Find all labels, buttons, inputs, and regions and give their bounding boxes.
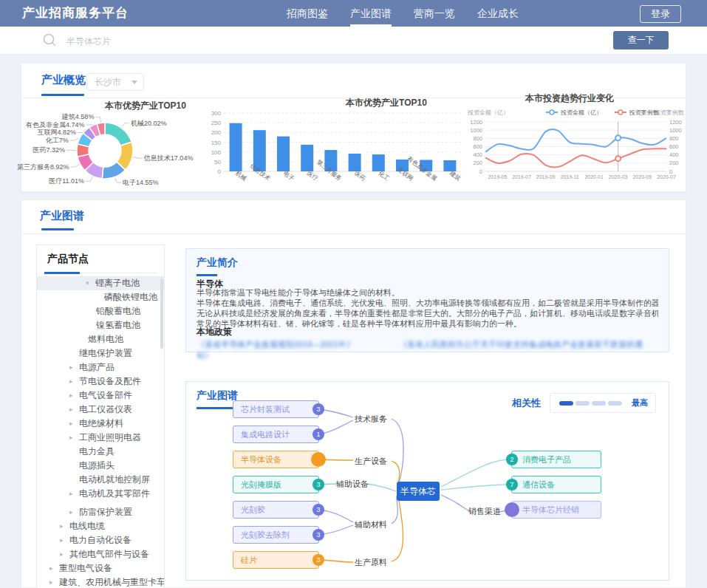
tree-item-20[interactable]: ▸重型电气设备 xyxy=(37,561,164,575)
svg-text:本市优势产业TOP10: 本市优势产业TOP10 xyxy=(345,98,427,108)
nav-menu: 招商图鉴产业图谱营商一览企业成长 xyxy=(287,0,519,27)
graph-node-badge: 3 xyxy=(312,529,324,541)
chevron-right-icon: ▸ xyxy=(60,519,64,533)
chevron-right-icon: ▸ xyxy=(49,561,53,575)
tree-item-label: 电线电缆 xyxy=(69,519,105,533)
nav-item-1[interactable]: 产业图谱 xyxy=(350,0,392,27)
graph-node-r-0[interactable]: 消费电子产品2 xyxy=(511,451,601,468)
tree-item-9[interactable]: ▸电工仪器仪表 xyxy=(37,403,164,417)
login-button[interactable]: 登录 xyxy=(640,5,681,23)
tree-item-label: 燃料电池 xyxy=(88,332,123,346)
policy-link-0[interactable]: 《某省半导体产业发展规划2019—2021年》 xyxy=(197,340,355,349)
svg-text:400: 400 xyxy=(473,151,482,158)
industry-map-panel: 产业图谱 相关性 最高 芯片封装测试3集成电路设计1半导体设备光刻掩膜版3光刻胶… xyxy=(185,381,669,581)
svg-text:医疗11.01%: 医疗11.01% xyxy=(49,177,84,185)
svg-text:投资金额（亿）: 投资金额（亿） xyxy=(560,109,602,116)
graph-node-l-6[interactable]: 硅片3 xyxy=(233,551,319,569)
tree-item-21[interactable]: ▸建筑、农用机械与重型卡车 xyxy=(37,575,164,588)
graph-node-l-5[interactable]: 光刻胶去除剂3 xyxy=(233,526,319,544)
tree-item-19[interactable]: ▸其他电气部件与设备 xyxy=(37,547,164,561)
svg-text:投资金额（亿）: 投资金额（亿） xyxy=(467,109,509,116)
graph-node-l-1[interactable]: 集成电路设计1 xyxy=(233,425,319,443)
overview-card: 产业概览 长沙市 本市优势产业TOP10建筑4.58%有色及非金属4.74%互联… xyxy=(21,63,686,192)
edge-label-2: 辅助设备 xyxy=(336,479,369,490)
tree-item-1[interactable]: 磷酸铁锂电池 xyxy=(37,290,164,304)
graph-node-l-3[interactable]: 光刻掩膜版3 xyxy=(233,476,319,493)
edge-label-4: 生产原料 xyxy=(355,557,387,568)
tree-item-label: 磷酸铁锂电池 xyxy=(104,290,157,304)
tree-item-13[interactable]: 电源插头 xyxy=(37,459,164,473)
svg-text:2020-07: 2020-07 xyxy=(657,174,676,180)
chevron-right-icon: ▸ xyxy=(69,487,73,501)
industry-intro-panel: 产业简介 半导体 半导体指常温下导电性能介于导体与绝缘体之间的材料。半导体在集成… xyxy=(185,248,669,352)
navbar: 产业招商服务平台 招商图鉴产业图谱营商一览企业成长 登录 xyxy=(0,0,707,27)
svg-text:互联网4.82%: 互联网4.82% xyxy=(38,129,77,136)
svg-text:2019-09: 2019-09 xyxy=(536,174,556,180)
donut-chart: 本市优势产业TOP10建筑4.58%有色及非金属4.74%互联网4.82%化工7… xyxy=(23,97,202,191)
graph-node-badge: 3 xyxy=(312,554,324,566)
tree-list: ▾锂离子电池磷酸铁锂电池铅酸蓄电池镍氢蓄电池燃料电池继电保护装置▸电源产品▸节电… xyxy=(37,276,164,588)
tree-item-14[interactable]: 电动机就地控制屏 xyxy=(37,473,164,487)
graph-node-l-4[interactable]: 光刻胶3 xyxy=(233,501,319,519)
search-icon xyxy=(43,33,57,50)
tree-item-10[interactable]: ▸电绝缘材料 xyxy=(37,417,164,431)
tree-item-7[interactable]: ▸节电设备及配件 xyxy=(37,375,164,389)
tree-item-18[interactable]: ▸电力自动化设备 xyxy=(37,533,164,547)
graph-center-node[interactable]: 半导体芯片 xyxy=(397,482,440,501)
tree-item-label: 电气设备部件 xyxy=(79,389,132,403)
chevron-right-icon: ▸ xyxy=(49,575,53,588)
tree-item-label: 建筑、农用机械与重型卡车 xyxy=(59,575,165,588)
search-input[interactable] xyxy=(65,33,482,50)
tree-item-0[interactable]: ▾锂离子电池 xyxy=(37,276,164,290)
svg-text:1200: 1200 xyxy=(669,119,682,126)
intro-underline xyxy=(197,274,217,276)
svg-text:2020-03: 2020-03 xyxy=(609,174,628,180)
svg-text:有色及非金属4.74%: 有色及非金属4.74% xyxy=(25,121,85,129)
graph-node-l-2[interactable]: 半导体设备 xyxy=(233,451,319,468)
search-button[interactable]: 查一下 xyxy=(613,31,669,49)
graph-node-r-2[interactable]: 半导体芯片经销 xyxy=(511,501,601,519)
svg-text:200: 200 xyxy=(669,160,679,166)
graph-node-badge: 2 xyxy=(506,454,518,465)
tree-item-15[interactable]: ▸电动机及其零部件 xyxy=(37,487,164,501)
svg-text:本市投资趋势行业变化: 本市投资趋势行业变化 xyxy=(525,93,614,103)
tree-item-label: 电力自动化设备 xyxy=(69,533,132,547)
line-chart: 本市投资趋势行业变化投资金额（亿）投资案例数投资金额（亿）投资案例数002002… xyxy=(466,92,686,193)
svg-text:1000: 1000 xyxy=(669,127,682,134)
svg-text:200: 200 xyxy=(473,160,482,166)
graph-node-l-0[interactable]: 芯片封装测试3 xyxy=(233,400,319,418)
svg-text:600: 600 xyxy=(669,143,679,150)
graph-node-badge: 7 xyxy=(506,479,518,490)
search-bar: 查一下 xyxy=(0,27,707,54)
nav-item-2[interactable]: 营商一览 xyxy=(414,0,455,27)
svg-text:150: 150 xyxy=(211,140,222,146)
svg-text:本市优势产业TOP10: 本市优势产业TOP10 xyxy=(104,100,186,111)
tree-item-8[interactable]: ▸电气设备部件 xyxy=(37,389,164,403)
svg-text:400: 400 xyxy=(669,151,679,158)
tree-header-underline xyxy=(44,272,80,274)
intro-paragraph-1: 半导体在集成电路、消费电子、通信系统、光伏发电、照明、大功率电源转换等领域都有应… xyxy=(197,298,658,308)
tree-item-17[interactable]: ▸电线电缆 xyxy=(37,519,164,533)
city-select[interactable]: 长沙市 xyxy=(86,73,144,91)
nav-item-3[interactable]: 企业成长 xyxy=(477,0,519,27)
tree-item-5[interactable]: 继电保护装置 xyxy=(37,346,164,360)
svg-text:0: 0 xyxy=(218,168,222,175)
chevron-down-icon xyxy=(132,81,137,84)
svg-text:电子14.55%: 电子14.55% xyxy=(123,179,159,186)
tree-item-12[interactable]: 电力金具 xyxy=(37,445,164,459)
tree-item-4[interactable]: 燃料电池 xyxy=(37,332,164,346)
graph-node-badge: 3 xyxy=(312,479,324,490)
svg-text:2020-05: 2020-05 xyxy=(632,174,652,180)
tree-item-6[interactable]: ▸电源产品 xyxy=(37,360,164,375)
tree-item-label: 工商业照明电器 xyxy=(79,431,141,445)
tree-item-3[interactable]: 镍氢蓄电池 xyxy=(37,318,164,332)
nav-item-0[interactable]: 招商图鉴 xyxy=(287,0,328,27)
graph-node-badge: 3 xyxy=(312,403,324,415)
tree-scrollbar[interactable] xyxy=(160,278,163,349)
tree-item-2[interactable]: 铅酸蓄电池 xyxy=(37,304,164,318)
tree-item-11[interactable]: ▸工商业照明电器 xyxy=(37,431,164,445)
tree-item-16[interactable]: ▸防雷保护装置 xyxy=(37,505,164,519)
edge-label-3: 辅助材料 xyxy=(355,519,387,530)
graph-node-r-1[interactable]: 通信设备7 xyxy=(511,476,601,493)
svg-text:800: 800 xyxy=(473,135,482,142)
